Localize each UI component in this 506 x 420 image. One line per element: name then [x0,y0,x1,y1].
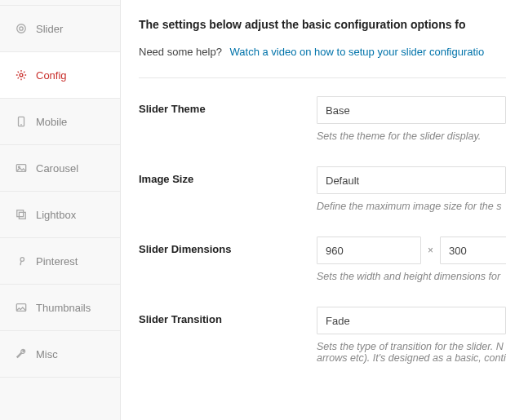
sidebar-item-label: Mobile [36,116,67,128]
svg-point-2 [20,73,23,77]
help-dimensions: Sets the width and height dimensions for [317,271,506,282]
sidebar-item-mobile[interactable]: Mobile [0,99,120,145]
svg-point-1 [20,27,23,30]
dimensions-separator: × [428,245,433,256]
help-row: Need some help? Watch a video on how to … [139,46,506,58]
help-video-link[interactable]: Watch a video on how to setup your slide… [230,46,485,58]
sidebar-item-label: Thumbnails [36,302,91,314]
label-slider-theme: Slider Theme [139,96,317,115]
sidebar-item-thumbnails[interactable]: Thumbnails [0,285,120,331]
sidebar-item-config[interactable]: Config [0,52,120,99]
svg-point-6 [19,166,20,168]
sidebar-item-label: Config [36,69,67,82]
image-size-select[interactable] [317,166,506,194]
pinterest-icon [15,254,28,267]
sidebar-item-pinterest[interactable]: Pinterest [0,238,120,285]
page-heading: The settings below adjust the basic conf… [139,18,506,31]
form-row-transition: Slider Transition Sets the type of trans… [139,307,506,364]
sidebar: Slider Config Mobile Carousel Lightbox P… [0,0,121,420]
thumbnails-icon [15,301,28,314]
mobile-icon [15,115,28,128]
sidebar-item-label: Pinterest [36,255,78,267]
main-panel: The settings below adjust the basic conf… [121,0,506,420]
label-image-size: Image Size [139,166,317,185]
svg-rect-8 [19,212,25,219]
height-input[interactable] [440,237,506,264]
help-image-size: Define the maximum image size for the s [317,201,506,212]
sidebar-item-carousel[interactable]: Carousel [0,145,120,192]
form-row-dimensions: Slider Dimensions × Sets the width and h… [139,237,506,282]
sidebar-item-slider[interactable]: Slider [0,5,120,52]
divider [139,77,506,78]
help-transition: Sets the type of transition for the slid… [317,341,506,364]
svg-rect-7 [17,210,24,217]
width-input[interactable] [317,237,421,264]
sidebar-item-label: Misc [36,348,58,360]
image-icon [15,161,28,175]
help-slider-theme: Sets the theme for the slider display. [317,130,506,142]
layers-icon [15,208,28,221]
help-text: Need some help? [139,46,222,58]
circle-icon [15,22,28,35]
label-transition: Slider Transition [139,307,317,325]
sidebar-item-label: Lightbox [36,209,76,221]
wrench-icon [15,347,28,360]
sidebar-item-label: Carousel [36,162,78,175]
form-row-image-size: Image Size Define the maximum image size… [139,166,506,212]
transition-select[interactable] [317,307,506,334]
form-row-theme: Slider Theme Sets the theme for the slid… [139,96,506,142]
gear-icon [15,69,28,82]
sidebar-item-misc[interactable]: Misc [0,331,120,378]
svg-point-0 [17,24,26,33]
label-dimensions: Slider Dimensions [139,237,317,255]
slider-theme-select[interactable] [317,96,506,124]
sidebar-item-label: Slider [36,23,63,35]
sidebar-item-lightbox[interactable]: Lightbox [0,192,120,238]
